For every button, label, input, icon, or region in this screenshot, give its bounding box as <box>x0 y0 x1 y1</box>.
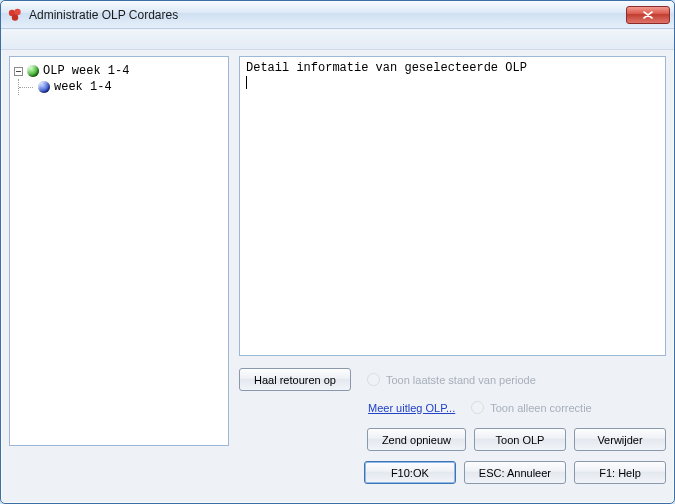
radio-period: Toon laatste stand van periode <box>367 373 536 386</box>
text-cursor <box>246 76 247 89</box>
meer-uitleg-link[interactable]: Meer uitleg OLP... <box>368 402 455 414</box>
titlebar: Administratie OLP Cordares <box>1 1 674 29</box>
radio-period-label: Toon laatste stand van periode <box>386 374 536 386</box>
radio-correction: Toon alleen correctie <box>471 401 592 414</box>
haal-retouren-button[interactable]: Haal retouren op <box>239 368 351 391</box>
ok-button[interactable]: F10:OK <box>364 461 456 484</box>
detail-text: Detail informatie van geselecteerde OLP <box>246 61 527 75</box>
tree-child-node[interactable]: week 1-4 <box>18 79 224 95</box>
dialog-window: Administratie OLP Cordares OLP week 1-4 … <box>0 0 675 504</box>
tree-panel[interactable]: OLP week 1-4 week 1-4 <box>9 56 229 446</box>
radio-correction-label: Toon alleen correctie <box>490 402 592 414</box>
tree-root-node[interactable]: OLP week 1-4 <box>14 63 224 79</box>
right-column: Detail informatie van geselecteerde OLP … <box>239 56 666 493</box>
window-title: Administratie OLP Cordares <box>29 8 626 22</box>
tree-line-icon <box>18 79 38 95</box>
action-button-row: Zend opnieuw Toon OLP Verwijder <box>367 428 666 451</box>
close-button[interactable] <box>626 6 670 24</box>
mid-row: Haal retouren op Toon laatste stand van … <box>239 368 666 391</box>
tree-collapse-icon[interactable] <box>14 67 23 76</box>
verwijder-button[interactable]: Verwijder <box>574 428 666 451</box>
link-row: Meer uitleg OLP... Toon alleen correctie <box>239 401 666 414</box>
menubar-placeholder <box>1 29 674 50</box>
app-icon <box>7 7 23 23</box>
annuleer-button[interactable]: ESC: Annuleer <box>464 461 566 484</box>
toon-olp-button[interactable]: Toon OLP <box>474 428 566 451</box>
detail-panel[interactable]: Detail informatie van geselecteerde OLP <box>239 56 666 356</box>
svg-point-2 <box>12 14 18 20</box>
zend-opnieuw-button[interactable]: Zend opnieuw <box>367 428 466 451</box>
client-area: OLP week 1-4 week 1-4 Detail informatie … <box>1 50 674 503</box>
radio-correction-input <box>471 401 484 414</box>
help-button[interactable]: F1: Help <box>574 461 666 484</box>
bullet-green-icon <box>27 65 39 77</box>
top-row: OLP week 1-4 week 1-4 Detail informatie … <box>9 56 666 493</box>
bullet-blue-icon <box>38 81 50 93</box>
tree-root-label: OLP week 1-4 <box>43 63 129 79</box>
svg-point-1 <box>14 8 20 14</box>
radio-period-input <box>367 373 380 386</box>
dialog-button-row: F10:OK ESC: Annuleer F1: Help <box>239 461 666 484</box>
tree-child-label: week 1-4 <box>54 79 112 95</box>
